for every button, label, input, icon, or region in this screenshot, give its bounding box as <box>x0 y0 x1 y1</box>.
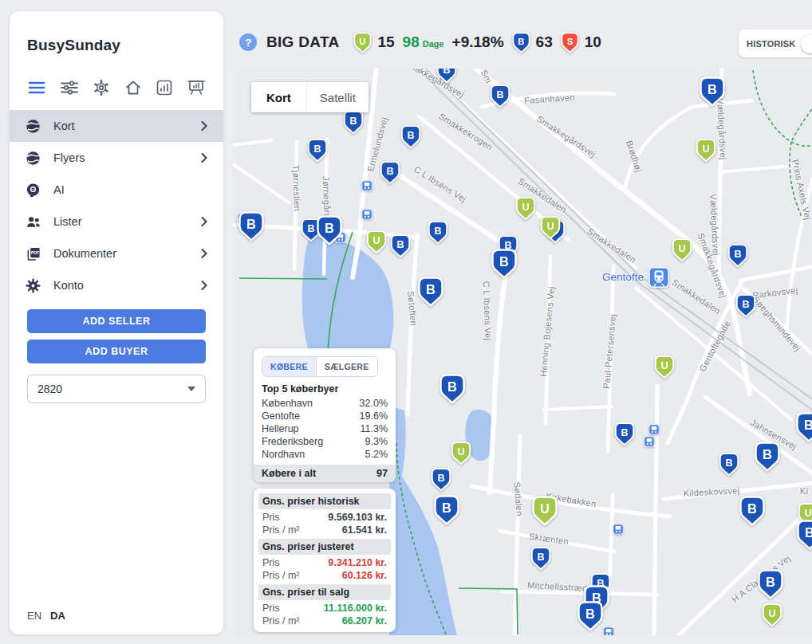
city-name: Frederiksberg <box>262 436 323 447</box>
svg-text:B: B <box>747 501 757 516</box>
map-pin-b[interactable]: B <box>390 234 411 258</box>
map-pin-b[interactable]: B <box>380 161 400 185</box>
map-pin-b[interactable]: B <box>700 76 726 107</box>
bus-stop-icon[interactable] <box>362 181 372 191</box>
b-badge-icon: B <box>512 32 530 53</box>
lang-en[interactable]: EN <box>27 610 41 622</box>
tab-saelgere[interactable]: SÆLGERE <box>316 357 377 376</box>
map-pin-b[interactable]: B <box>797 519 812 550</box>
bus-stop-icon[interactable] <box>604 627 614 636</box>
add-seller-button[interactable]: ADD SELLER <box>27 309 206 333</box>
sidebar-item-dokumenter[interactable]: PDFDokumenter <box>10 238 223 269</box>
map-pin-b[interactable]: B <box>755 441 781 472</box>
gear-icon[interactable] <box>93 79 110 96</box>
map-pin-b[interactable]: B <box>719 453 739 477</box>
map-pin-u[interactable]: U <box>532 495 558 526</box>
map-pin-u[interactable]: U <box>451 442 471 465</box>
sidebar-item-label: Lister <box>53 215 201 228</box>
svg-text:B: B <box>307 222 314 234</box>
bus-stop-icon[interactable] <box>613 524 624 535</box>
buyers-panel-tabs: KØBERE SÆLGERE <box>262 356 378 377</box>
train-station-gentofte[interactable]: Gentofte <box>602 267 669 288</box>
sidebar-item-lister[interactable]: Lister <box>10 206 223 238</box>
map-pin-b[interactable]: B <box>431 468 451 492</box>
help-icon[interactable]: ? <box>239 33 257 51</box>
svg-text:PDF: PDF <box>31 250 39 255</box>
map-pin-b[interactable]: B <box>490 84 510 108</box>
map-pin-b[interactable]: B <box>614 422 635 446</box>
ai-head-icon <box>26 183 43 198</box>
map-pin-b[interactable]: B <box>400 125 421 149</box>
map-pin-b[interactable]: B <box>343 111 364 135</box>
sidebar-item-ai[interactable]: AI <box>10 174 223 206</box>
svg-text:B: B <box>434 225 441 237</box>
map-pin-b[interactable]: B <box>530 547 551 571</box>
svg-text:B: B <box>766 575 775 589</box>
map-pin-b[interactable]: B <box>428 221 448 245</box>
map-type-kort[interactable]: Kort <box>251 82 306 112</box>
sidebar-item-kort[interactable]: Kort <box>10 110 223 142</box>
map-pin-b[interactable]: B <box>307 139 328 163</box>
sidebar-item-flyers[interactable]: Flyers <box>10 142 223 174</box>
svg-text:U: U <box>804 507 811 519</box>
globe-icon <box>26 151 43 166</box>
buyers-total-label: Købere i alt <box>262 468 316 479</box>
chevron-right-icon <box>201 121 207 131</box>
map-pin-b[interactable]: B <box>735 294 756 318</box>
home-icon[interactable] <box>124 79 142 96</box>
svg-text:B: B <box>725 457 732 469</box>
map-pin-b[interactable]: B <box>577 600 604 631</box>
map-pin-b[interactable]: B <box>317 214 343 245</box>
map-pin-b[interactable]: B <box>238 210 265 242</box>
map-pin-b[interactable]: B <box>739 495 766 526</box>
price-row: Pris / m²60.126 kr. <box>258 568 391 582</box>
bus-stop-icon[interactable] <box>649 425 660 435</box>
tab-kobere[interactable]: KØBERE <box>262 357 316 376</box>
presentation-icon[interactable] <box>187 79 206 96</box>
sidebar-item-label: Kort <box>53 120 201 132</box>
map-pin-b[interactable]: B <box>491 248 518 279</box>
page-title: BIG DATA <box>266 33 339 51</box>
menu-icon[interactable] <box>27 80 46 96</box>
add-buyer-button[interactable]: ADD BUYER <box>27 340 206 363</box>
buyers-total-row: Købere i alt 97 <box>254 465 396 482</box>
street-label: Tjørnestien <box>291 165 302 212</box>
map[interactable]: TjørnestienJørnegårdsvejErmelundsvejC L … <box>233 69 812 635</box>
app-logo: BusySunday <box>27 37 120 54</box>
lang-da[interactable]: DA <box>50 610 65 622</box>
header-stat: U15 <box>353 32 394 53</box>
svg-text:U: U <box>546 220 554 232</box>
historisk-toggle[interactable] <box>804 37 812 51</box>
map-pin-b[interactable]: B <box>436 69 457 84</box>
map-pin-b[interactable]: B <box>758 568 784 599</box>
map-pin-b[interactable]: B <box>796 411 812 442</box>
sidebar-nav: KortFlyersAIListerPDFDokumenterKonto <box>10 110 223 301</box>
map-pin-b[interactable]: B <box>418 276 444 307</box>
map-pin-u[interactable]: U <box>515 197 536 221</box>
price-label: Pris / m² <box>262 615 300 626</box>
map-pin-b[interactable]: B <box>440 373 466 404</box>
svg-text:B: B <box>621 426 628 438</box>
svg-text:U: U <box>457 446 464 457</box>
map-type-satellit[interactable]: Satellit <box>306 82 369 112</box>
map-pin-b[interactable]: B <box>727 244 748 268</box>
sidebar-item-label: Dokumenter <box>53 247 201 260</box>
filters-icon[interactable] <box>60 80 79 96</box>
bus-stop-icon[interactable] <box>362 210 372 220</box>
bus-stop-icon[interactable] <box>644 437 655 447</box>
svg-text:B: B <box>437 472 444 484</box>
map-pin-u[interactable]: U <box>696 139 716 163</box>
u-badge-icon: U <box>353 32 372 53</box>
city-share: 5.2% <box>365 449 388 460</box>
map-pin-u[interactable]: U <box>672 238 692 262</box>
sidebar-item-konto[interactable]: Konto <box>10 269 223 301</box>
svg-text:B: B <box>805 525 812 540</box>
zip-select[interactable]: 2820 <box>27 375 206 403</box>
map-pin-u[interactable]: U <box>540 216 561 240</box>
map-pin-u[interactable]: U <box>762 603 782 627</box>
map-pin-b[interactable]: B <box>434 494 460 525</box>
map-pin-u[interactable]: U <box>654 355 675 379</box>
map-pin-u[interactable]: U <box>366 230 387 254</box>
chart-icon[interactable] <box>156 79 173 96</box>
sidebar: BusySunday KortFlyersAIListerPDFDokument… <box>10 11 223 634</box>
